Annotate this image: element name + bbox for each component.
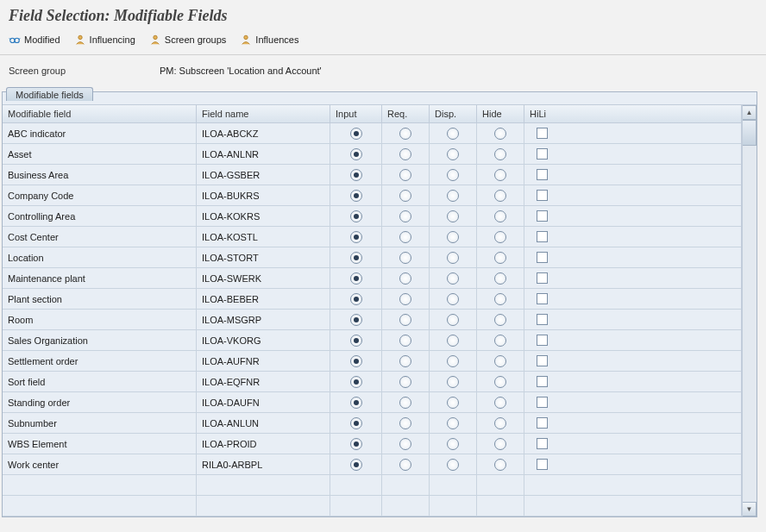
input-radio[interactable]	[350, 252, 362, 264]
req-radio[interactable]	[399, 252, 411, 264]
hili-checkbox[interactable]	[537, 272, 548, 284]
disp-radio[interactable]	[447, 169, 459, 181]
input-radio[interactable]	[350, 355, 362, 367]
hide-radio[interactable]	[494, 355, 506, 367]
hili-checkbox[interactable]	[537, 190, 548, 201]
disp-radio[interactable]	[447, 376, 459, 388]
hili-checkbox[interactable]	[537, 397, 548, 408]
hide-radio[interactable]	[494, 252, 506, 264]
hili-checkbox[interactable]	[537, 417, 548, 429]
disp-radio[interactable]	[447, 148, 459, 160]
input-radio[interactable]	[350, 148, 362, 160]
hili-checkbox[interactable]	[537, 210, 548, 222]
hili-checkbox[interactable]	[537, 148, 548, 160]
req-radio[interactable]	[399, 210, 411, 222]
col-hili[interactable]: HiLi	[524, 105, 559, 122]
scroll-thumb[interactable]	[743, 120, 757, 146]
hide-radio[interactable]	[494, 128, 506, 140]
input-radio[interactable]	[350, 272, 362, 285]
hide-radio[interactable]	[494, 335, 506, 347]
req-radio[interactable]	[399, 335, 411, 347]
hide-radio[interactable]	[494, 397, 506, 409]
input-radio[interactable]	[350, 190, 362, 202]
input-radio[interactable]	[350, 231, 362, 243]
disp-radio[interactable]	[447, 417, 459, 429]
col-input[interactable]: Input	[330, 105, 382, 122]
vertical-scrollbar[interactable]: ▲ ▼	[742, 105, 757, 516]
req-radio[interactable]	[399, 314, 411, 326]
hide-radio[interactable]	[494, 417, 506, 429]
hide-radio[interactable]	[494, 231, 506, 243]
hili-checkbox[interactable]	[537, 335, 548, 346]
req-radio[interactable]	[399, 293, 411, 305]
hili-checkbox[interactable]	[537, 438, 548, 449]
hili-checkbox[interactable]	[537, 252, 548, 263]
disp-radio[interactable]	[447, 272, 459, 285]
screen-groups-button[interactable]: Screen groups	[149, 34, 227, 46]
disp-radio[interactable]	[447, 335, 459, 347]
hili-checkbox[interactable]	[537, 293, 548, 304]
input-radio[interactable]	[350, 376, 362, 388]
req-radio[interactable]	[399, 376, 411, 388]
input-radio[interactable]	[350, 335, 362, 347]
hide-radio[interactable]	[494, 293, 506, 305]
hide-radio[interactable]	[494, 459, 506, 471]
input-radio[interactable]	[350, 128, 362, 140]
req-radio[interactable]	[399, 355, 411, 367]
col-hide[interactable]: Hide	[477, 105, 524, 122]
input-radio[interactable]	[350, 397, 362, 409]
hide-radio[interactable]	[494, 148, 506, 160]
scroll-down-button[interactable]: ▼	[743, 502, 757, 516]
hide-radio[interactable]	[494, 169, 506, 181]
input-radio[interactable]	[350, 293, 362, 305]
req-radio[interactable]	[399, 272, 411, 285]
scroll-up-button[interactable]: ▲	[743, 105, 757, 120]
col-field-name[interactable]: Field name	[197, 105, 330, 122]
input-radio[interactable]	[350, 459, 362, 471]
disp-radio[interactable]	[447, 293, 459, 305]
disp-radio[interactable]	[447, 190, 459, 202]
disp-radio[interactable]	[447, 231, 459, 243]
hili-checkbox[interactable]	[537, 128, 548, 139]
hide-radio[interactable]	[494, 438, 506, 450]
hide-radio[interactable]	[494, 376, 506, 388]
disp-radio[interactable]	[447, 128, 459, 140]
hili-checkbox[interactable]	[537, 314, 548, 325]
hide-radio[interactable]	[494, 210, 506, 222]
input-radio[interactable]	[350, 438, 362, 450]
input-radio[interactable]	[350, 169, 362, 181]
disp-radio[interactable]	[447, 397, 459, 409]
hili-checkbox[interactable]	[537, 355, 548, 366]
disp-radio[interactable]	[447, 438, 459, 450]
modified-button[interactable]: Modified	[9, 34, 60, 46]
req-radio[interactable]	[399, 190, 411, 202]
disp-radio[interactable]	[447, 252, 459, 264]
req-radio[interactable]	[399, 438, 411, 450]
col-req[interactable]: Req.	[382, 105, 430, 122]
disp-radio[interactable]	[447, 355, 459, 367]
req-radio[interactable]	[399, 148, 411, 160]
hili-checkbox[interactable]	[537, 376, 548, 387]
hili-checkbox[interactable]	[537, 231, 548, 242]
req-radio[interactable]	[399, 231, 411, 243]
influencing-button[interactable]: Influencing	[74, 34, 135, 46]
req-radio[interactable]	[399, 128, 411, 140]
req-radio[interactable]	[399, 459, 411, 471]
req-radio[interactable]	[399, 397, 411, 409]
col-disp[interactable]: Disp.	[430, 105, 477, 122]
hili-checkbox[interactable]	[537, 459, 548, 470]
hide-radio[interactable]	[494, 272, 506, 285]
input-radio[interactable]	[350, 314, 362, 326]
disp-radio[interactable]	[447, 459, 459, 471]
input-radio[interactable]	[350, 417, 362, 429]
col-modifiable-field[interactable]: Modifiable field	[3, 105, 197, 122]
disp-radio[interactable]	[447, 210, 459, 222]
hide-radio[interactable]	[494, 314, 506, 326]
hide-radio[interactable]	[494, 190, 506, 202]
hili-checkbox[interactable]	[537, 169, 548, 180]
req-radio[interactable]	[399, 169, 411, 181]
influences-button[interactable]: Influences	[240, 34, 298, 46]
input-radio[interactable]	[350, 210, 362, 222]
disp-radio[interactable]	[447, 314, 459, 326]
req-radio[interactable]	[399, 417, 411, 429]
